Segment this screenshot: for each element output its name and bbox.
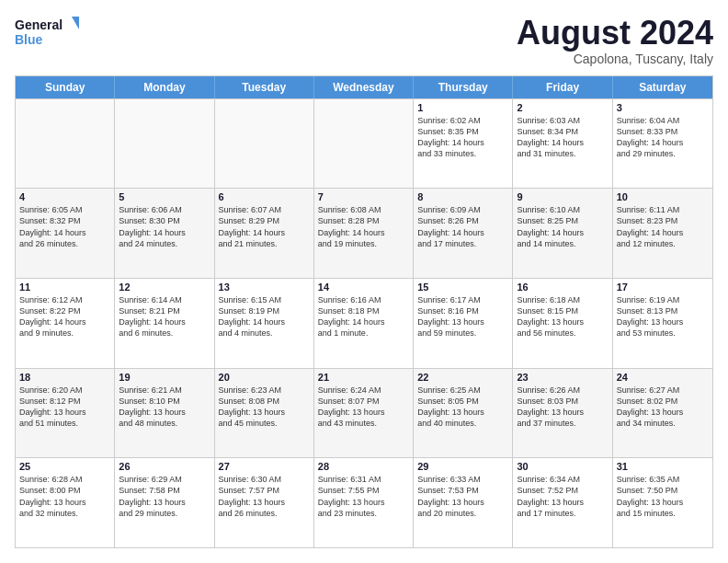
- day-info: Sunrise: 6:03 AMSunset: 8:34 PMDaylight:…: [517, 115, 608, 160]
- calendar-header: SundayMondayTuesdayWednesdayThursdayFrid…: [16, 76, 712, 98]
- day-of-week-header: Thursday: [414, 76, 513, 98]
- calendar-cell: 25Sunrise: 6:28 AMSunset: 8:00 PMDayligh…: [16, 458, 115, 547]
- logo: General Blue: [15, 15, 79, 48]
- day-info: Sunrise: 6:34 AMSunset: 7:52 PMDaylight:…: [517, 474, 608, 519]
- day-info: Sunrise: 6:30 AMSunset: 7:57 PMDaylight:…: [219, 474, 310, 519]
- calendar-row: 25Sunrise: 6:28 AMSunset: 8:00 PMDayligh…: [16, 457, 712, 547]
- calendar-cell: 14Sunrise: 6:16 AMSunset: 8:18 PMDayligh…: [314, 279, 414, 368]
- day-number: 27: [219, 461, 310, 472]
- day-of-week-header: Saturday: [613, 76, 712, 98]
- day-number: 18: [19, 372, 110, 383]
- day-info: Sunrise: 6:12 AMSunset: 8:22 PMDaylight:…: [19, 294, 110, 339]
- day-info: Sunrise: 6:15 AMSunset: 8:19 PMDaylight:…: [219, 294, 310, 339]
- calendar-cell: 15Sunrise: 6:17 AMSunset: 8:16 PMDayligh…: [414, 279, 513, 368]
- day-info: Sunrise: 6:19 AMSunset: 8:13 PMDaylight:…: [617, 294, 709, 339]
- calendar-cell: 10Sunrise: 6:11 AMSunset: 8:23 PMDayligh…: [613, 189, 712, 278]
- calendar-cell: 9Sunrise: 6:10 AMSunset: 8:25 PMDaylight…: [513, 189, 612, 278]
- day-info: Sunrise: 6:11 AMSunset: 8:23 PMDaylight:…: [617, 204, 709, 249]
- calendar-cell: [215, 99, 314, 189]
- day-info: Sunrise: 6:16 AMSunset: 8:18 PMDaylight:…: [318, 294, 409, 339]
- calendar-cell: 12Sunrise: 6:14 AMSunset: 8:21 PMDayligh…: [115, 279, 214, 368]
- day-info: Sunrise: 6:14 AMSunset: 8:21 PMDaylight:…: [119, 294, 210, 339]
- day-info: Sunrise: 6:33 AMSunset: 7:53 PMDaylight:…: [417, 474, 508, 519]
- logo-svg: General Blue: [15, 15, 79, 48]
- calendar: SundayMondayTuesdayWednesdayThursdayFrid…: [15, 75, 713, 548]
- day-number: 8: [417, 191, 508, 202]
- day-number: 12: [119, 282, 210, 293]
- day-number: 2: [517, 102, 608, 113]
- day-number: 29: [417, 461, 508, 472]
- day-number: 14: [318, 282, 409, 293]
- day-number: 7: [318, 191, 409, 202]
- day-number: 26: [119, 461, 210, 472]
- title-block: August 2024 Capolona, Tuscany, Italy: [517, 15, 713, 66]
- calendar-cell: [115, 99, 214, 189]
- calendar-cell: 17Sunrise: 6:19 AMSunset: 8:13 PMDayligh…: [613, 279, 712, 368]
- calendar-cell: [16, 99, 115, 189]
- calendar-cell: 2Sunrise: 6:03 AMSunset: 8:34 PMDaylight…: [513, 99, 612, 189]
- day-info: Sunrise: 6:07 AMSunset: 8:29 PMDaylight:…: [219, 204, 310, 249]
- location: Capolona, Tuscany, Italy: [517, 52, 713, 66]
- calendar-cell: 24Sunrise: 6:27 AMSunset: 8:02 PMDayligh…: [613, 369, 712, 458]
- calendar-cell: 8Sunrise: 6:09 AMSunset: 8:26 PMDaylight…: [414, 189, 513, 278]
- month-title: August 2024: [517, 15, 713, 52]
- day-number: 20: [219, 372, 310, 383]
- day-number: 11: [19, 282, 110, 293]
- calendar-cell: 3Sunrise: 6:04 AMSunset: 8:33 PMDaylight…: [613, 99, 712, 189]
- page: General Blue August 2024 Capolona, Tusca…: [0, 0, 728, 563]
- calendar-cell: 18Sunrise: 6:20 AMSunset: 8:12 PMDayligh…: [16, 369, 115, 458]
- day-number: 17: [617, 282, 709, 293]
- calendar-cell: 22Sunrise: 6:25 AMSunset: 8:05 PMDayligh…: [414, 369, 513, 458]
- day-info: Sunrise: 6:24 AMSunset: 8:07 PMDaylight:…: [318, 385, 409, 430]
- calendar-cell: 16Sunrise: 6:18 AMSunset: 8:15 PMDayligh…: [513, 279, 612, 368]
- calendar-row: 18Sunrise: 6:20 AMSunset: 8:12 PMDayligh…: [16, 368, 712, 458]
- calendar-cell: 26Sunrise: 6:29 AMSunset: 7:58 PMDayligh…: [115, 458, 214, 547]
- day-info: Sunrise: 6:09 AMSunset: 8:26 PMDaylight:…: [417, 204, 508, 249]
- day-number: 13: [219, 282, 310, 293]
- day-info: Sunrise: 6:10 AMSunset: 8:25 PMDaylight:…: [517, 204, 608, 249]
- day-info: Sunrise: 6:35 AMSunset: 7:50 PMDaylight:…: [617, 474, 709, 519]
- calendar-row: 11Sunrise: 6:12 AMSunset: 8:22 PMDayligh…: [16, 278, 712, 368]
- day-info: Sunrise: 6:28 AMSunset: 8:00 PMDaylight:…: [19, 474, 110, 519]
- day-number: 24: [617, 372, 709, 383]
- calendar-cell: 23Sunrise: 6:26 AMSunset: 8:03 PMDayligh…: [513, 369, 612, 458]
- day-of-week-header: Wednesday: [314, 76, 414, 98]
- day-number: 23: [517, 372, 608, 383]
- calendar-cell: 30Sunrise: 6:34 AMSunset: 7:52 PMDayligh…: [513, 458, 612, 547]
- calendar-cell: 21Sunrise: 6:24 AMSunset: 8:07 PMDayligh…: [314, 369, 414, 458]
- calendar-cell: 27Sunrise: 6:30 AMSunset: 7:57 PMDayligh…: [215, 458, 314, 547]
- calendar-cell: 4Sunrise: 6:05 AMSunset: 8:32 PMDaylight…: [16, 189, 115, 278]
- calendar-cell: 6Sunrise: 6:07 AMSunset: 8:29 PMDaylight…: [215, 189, 314, 278]
- day-number: 31: [617, 461, 709, 472]
- day-info: Sunrise: 6:27 AMSunset: 8:02 PMDaylight:…: [617, 385, 709, 430]
- day-info: Sunrise: 6:23 AMSunset: 8:08 PMDaylight:…: [219, 385, 310, 430]
- day-info: Sunrise: 6:04 AMSunset: 8:33 PMDaylight:…: [617, 115, 709, 160]
- day-number: 6: [219, 191, 310, 202]
- svg-text:General: General: [15, 17, 63, 32]
- calendar-cell: 19Sunrise: 6:21 AMSunset: 8:10 PMDayligh…: [115, 369, 214, 458]
- day-number: 4: [19, 191, 110, 202]
- calendar-cell: [314, 99, 414, 189]
- day-info: Sunrise: 6:21 AMSunset: 8:10 PMDaylight:…: [119, 385, 210, 430]
- day-of-week-header: Friday: [513, 76, 612, 98]
- calendar-cell: 20Sunrise: 6:23 AMSunset: 8:08 PMDayligh…: [215, 369, 314, 458]
- day-number: 3: [617, 102, 709, 113]
- calendar-cell: 13Sunrise: 6:15 AMSunset: 8:19 PMDayligh…: [215, 279, 314, 368]
- calendar-row: 1Sunrise: 6:02 AMSunset: 8:35 PMDaylight…: [16, 98, 712, 189]
- day-info: Sunrise: 6:25 AMSunset: 8:05 PMDaylight:…: [417, 385, 508, 430]
- day-number: 15: [417, 282, 508, 293]
- day-number: 30: [517, 461, 608, 472]
- day-of-week-header: Monday: [115, 76, 214, 98]
- header: General Blue August 2024 Capolona, Tusca…: [15, 15, 713, 66]
- day-info: Sunrise: 6:17 AMSunset: 8:16 PMDaylight:…: [417, 294, 508, 339]
- day-number: 19: [119, 372, 210, 383]
- day-info: Sunrise: 6:31 AMSunset: 7:55 PMDaylight:…: [318, 474, 409, 519]
- day-number: 10: [617, 191, 709, 202]
- day-number: 5: [119, 191, 210, 202]
- calendar-cell: 28Sunrise: 6:31 AMSunset: 7:55 PMDayligh…: [314, 458, 414, 547]
- calendar-cell: 31Sunrise: 6:35 AMSunset: 7:50 PMDayligh…: [613, 458, 712, 547]
- calendar-body: 1Sunrise: 6:02 AMSunset: 8:35 PMDaylight…: [16, 98, 712, 547]
- day-number: 21: [318, 372, 409, 383]
- day-number: 1: [417, 102, 508, 113]
- calendar-cell: 29Sunrise: 6:33 AMSunset: 7:53 PMDayligh…: [414, 458, 513, 547]
